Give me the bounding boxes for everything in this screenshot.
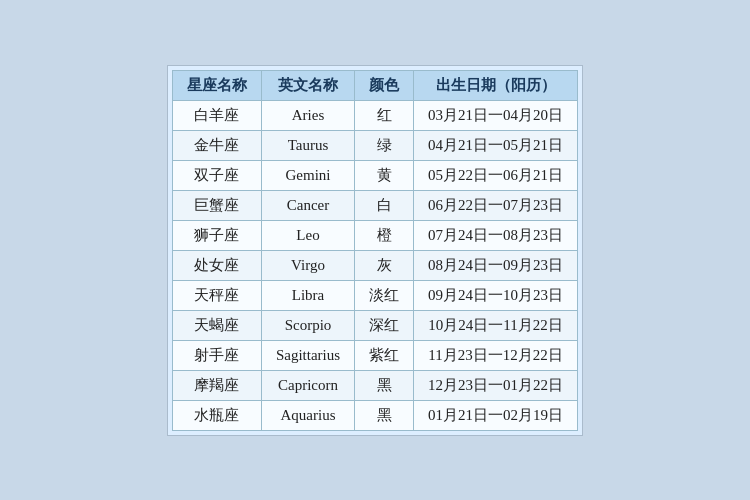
table-row: 处女座Virgo灰08月24日一09月23日 <box>172 250 577 280</box>
table-cell-9-0: 摩羯座 <box>172 370 261 400</box>
table-cell-1-0: 金牛座 <box>172 130 261 160</box>
table-row: 天秤座Libra淡红09月24日一10月23日 <box>172 280 577 310</box>
table-cell-0-0: 白羊座 <box>172 100 261 130</box>
table-row: 天蝎座Scorpio深红10月24日一11月22日 <box>172 310 577 340</box>
table-cell-4-2: 橙 <box>355 220 414 250</box>
table-cell-8-2: 紫红 <box>355 340 414 370</box>
table-cell-8-1: Sagittarius <box>261 340 354 370</box>
table-cell-6-0: 天秤座 <box>172 280 261 310</box>
zodiac-table-wrapper: 星座名称英文名称颜色出生日期（阳历） 白羊座Aries红03月21日一04月20… <box>167 65 583 436</box>
table-cell-9-1: Capricorn <box>261 370 354 400</box>
table-cell-1-2: 绿 <box>355 130 414 160</box>
table-row: 巨蟹座Cancer白06月22日一07月23日 <box>172 190 577 220</box>
table-row: 摩羯座Capricorn黑12月23日一01月22日 <box>172 370 577 400</box>
table-row: 白羊座Aries红03月21日一04月20日 <box>172 100 577 130</box>
table-cell-2-1: Gemini <box>261 160 354 190</box>
table-cell-0-1: Aries <box>261 100 354 130</box>
table-cell-6-1: Libra <box>261 280 354 310</box>
table-row: 双子座Gemini黄05月22日一06月21日 <box>172 160 577 190</box>
table-cell-4-3: 07月24日一08月23日 <box>414 220 578 250</box>
table-cell-10-3: 01月21日一02月19日 <box>414 400 578 430</box>
table-cell-7-0: 天蝎座 <box>172 310 261 340</box>
table-row: 水瓶座Aquarius黑01月21日一02月19日 <box>172 400 577 430</box>
table-cell-1-1: Taurus <box>261 130 354 160</box>
table-cell-7-3: 10月24日一11月22日 <box>414 310 578 340</box>
col-header-2: 颜色 <box>355 70 414 100</box>
table-cell-6-2: 淡红 <box>355 280 414 310</box>
zodiac-table: 星座名称英文名称颜色出生日期（阳历） 白羊座Aries红03月21日一04月20… <box>172 70 578 431</box>
table-cell-3-1: Cancer <box>261 190 354 220</box>
table-cell-9-3: 12月23日一01月22日 <box>414 370 578 400</box>
col-header-3: 出生日期（阳历） <box>414 70 578 100</box>
table-cell-0-3: 03月21日一04月20日 <box>414 100 578 130</box>
table-cell-7-1: Scorpio <box>261 310 354 340</box>
table-cell-9-2: 黑 <box>355 370 414 400</box>
col-header-1: 英文名称 <box>261 70 354 100</box>
table-cell-10-2: 黑 <box>355 400 414 430</box>
table-cell-3-0: 巨蟹座 <box>172 190 261 220</box>
table-cell-2-3: 05月22日一06月21日 <box>414 160 578 190</box>
table-cell-5-1: Virgo <box>261 250 354 280</box>
table-cell-1-3: 04月21日一05月21日 <box>414 130 578 160</box>
table-cell-2-2: 黄 <box>355 160 414 190</box>
table-row: 金牛座Taurus绿04月21日一05月21日 <box>172 130 577 160</box>
table-cell-5-2: 灰 <box>355 250 414 280</box>
table-cell-4-1: Leo <box>261 220 354 250</box>
table-cell-8-0: 射手座 <box>172 340 261 370</box>
table-cell-5-0: 处女座 <box>172 250 261 280</box>
table-cell-8-3: 11月23日一12月22日 <box>414 340 578 370</box>
table-cell-5-3: 08月24日一09月23日 <box>414 250 578 280</box>
table-cell-10-0: 水瓶座 <box>172 400 261 430</box>
table-cell-3-3: 06月22日一07月23日 <box>414 190 578 220</box>
table-cell-7-2: 深红 <box>355 310 414 340</box>
table-row: 射手座Sagittarius紫红11月23日一12月22日 <box>172 340 577 370</box>
table-cell-6-3: 09月24日一10月23日 <box>414 280 578 310</box>
table-cell-4-0: 狮子座 <box>172 220 261 250</box>
table-body: 白羊座Aries红03月21日一04月20日金牛座Taurus绿04月21日一0… <box>172 100 577 430</box>
table-cell-2-0: 双子座 <box>172 160 261 190</box>
table-row: 狮子座Leo橙07月24日一08月23日 <box>172 220 577 250</box>
table-cell-3-2: 白 <box>355 190 414 220</box>
table-cell-0-2: 红 <box>355 100 414 130</box>
col-header-0: 星座名称 <box>172 70 261 100</box>
table-cell-10-1: Aquarius <box>261 400 354 430</box>
table-header-row: 星座名称英文名称颜色出生日期（阳历） <box>172 70 577 100</box>
